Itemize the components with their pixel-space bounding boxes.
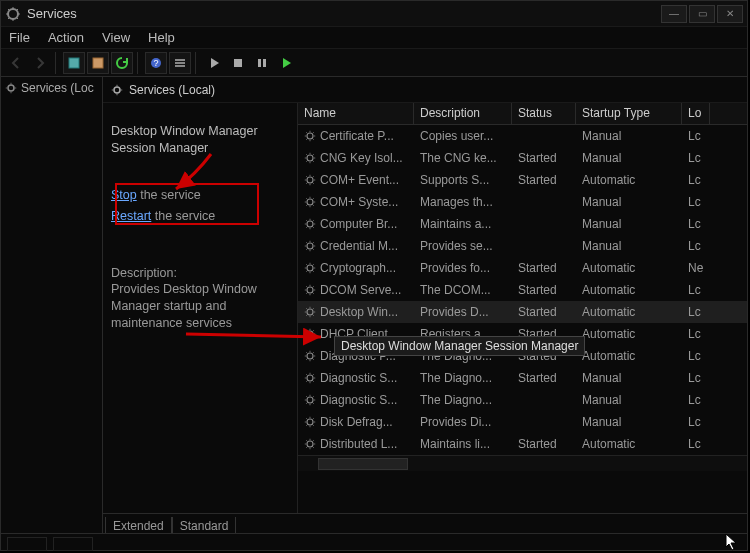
svg-point-15 <box>307 177 313 183</box>
properties-button[interactable] <box>63 52 85 74</box>
horizontal-scrollbar[interactable] <box>298 455 747 471</box>
service-row[interactable]: Diagnostic S...The Diagno...StartedManua… <box>298 367 747 389</box>
cell-name: Diagnostic S... <box>298 371 414 385</box>
menu-file[interactable]: File <box>9 30 30 45</box>
gear-icon <box>304 152 316 164</box>
service-row[interactable]: Distributed L...Maintains li...StartedAu… <box>298 433 747 455</box>
window-title: Services <box>27 6 661 21</box>
cell-logon: Lc <box>682 129 710 143</box>
maximize-button[interactable]: ▭ <box>689 5 715 23</box>
svg-point-22 <box>307 331 313 337</box>
gear-icon <box>304 416 316 428</box>
forward-button <box>29 52 51 74</box>
tab-extended[interactable]: Extended <box>105 517 172 533</box>
column-startup-type[interactable]: Startup Type <box>576 103 682 124</box>
restart-service-link[interactable]: Restart <box>111 209 151 223</box>
cell-description: Manages th... <box>414 195 512 209</box>
cell-description: The Diagno... <box>414 371 512 385</box>
service-row[interactable]: Cryptograph...Provides fo...StartedAutom… <box>298 257 747 279</box>
cell-startup: Automatic <box>576 261 682 275</box>
services-grid[interactable]: Name Description Status Startup Type Lo … <box>297 103 747 513</box>
export-button[interactable] <box>87 52 109 74</box>
cell-description: Maintains li... <box>414 437 512 451</box>
service-row[interactable]: Computer Br...Maintains a...ManualLc <box>298 213 747 235</box>
service-row[interactable]: Credential M...Provides se...ManualLc <box>298 235 747 257</box>
menu-help[interactable]: Help <box>148 30 175 45</box>
pause-service-button[interactable] <box>251 52 273 74</box>
svg-rect-10 <box>263 59 266 67</box>
service-row[interactable]: Desktop Win...Provides D...StartedAutoma… <box>298 301 747 323</box>
stop-service-link[interactable]: Stop <box>111 188 137 202</box>
svg-rect-6 <box>175 62 185 64</box>
cell-description: Maintains a... <box>414 217 512 231</box>
start-service-button[interactable] <box>203 52 225 74</box>
service-row[interactable]: COM+ Event...Supports S...StartedAutomat… <box>298 169 747 191</box>
restart-service-button[interactable] <box>275 52 297 74</box>
cell-logon: Ne <box>682 261 710 275</box>
list-button[interactable] <box>169 52 191 74</box>
titlebar[interactable]: Services — ▭ ✕ <box>1 1 747 27</box>
cell-logon: Lc <box>682 415 710 429</box>
menubar: File Action View Help <box>1 27 747 49</box>
svg-point-16 <box>307 199 313 205</box>
svg-point-13 <box>307 133 313 139</box>
gear-icon <box>304 372 316 384</box>
cell-status: Started <box>512 305 576 319</box>
cell-description: Provides Di... <box>414 415 512 429</box>
cell-name: Desktop Win... <box>298 305 414 319</box>
svg-point-20 <box>307 287 313 293</box>
gear-icon <box>304 130 316 142</box>
cell-startup: Automatic <box>576 173 682 187</box>
svg-rect-9 <box>258 59 261 67</box>
menu-view[interactable]: View <box>102 30 130 45</box>
service-row[interactable]: COM+ Syste...Manages th...ManualLc <box>298 191 747 213</box>
cell-startup: Manual <box>576 129 682 143</box>
cell-logon: Lc <box>682 327 710 341</box>
tree-root-services[interactable]: Services (Loc <box>5 81 98 95</box>
svg-point-23 <box>307 353 313 359</box>
svg-point-11 <box>8 85 14 91</box>
cell-status: Started <box>512 437 576 451</box>
tab-standard[interactable]: Standard <box>172 517 237 533</box>
column-name[interactable]: Name <box>298 103 414 124</box>
gear-icon <box>304 262 316 274</box>
column-status[interactable]: Status <box>512 103 576 124</box>
cell-startup: Manual <box>576 415 682 429</box>
cell-startup: Automatic <box>576 327 682 341</box>
cell-startup: Automatic <box>576 283 682 297</box>
back-button <box>5 52 27 74</box>
svg-point-14 <box>307 155 313 161</box>
menu-action[interactable]: Action <box>48 30 84 45</box>
cell-logon: Lc <box>682 195 710 209</box>
cell-logon: Lc <box>682 283 710 297</box>
cell-logon: Lc <box>682 173 710 187</box>
service-row[interactable]: Diagnostic S...The Diagno...ManualLc <box>298 389 747 411</box>
cell-logon: Lc <box>682 371 710 385</box>
service-row[interactable]: Certificate P...Copies user...ManualLc <box>298 125 747 147</box>
service-row[interactable]: Disk Defrag...Provides Di...ManualLc <box>298 411 747 433</box>
tree-pane[interactable]: Services (Loc <box>1 77 103 533</box>
services-window: Services — ▭ ✕ File Action View Help ? <box>0 0 748 551</box>
service-tooltip: Desktop Window Manager Session Manager <box>334 336 585 356</box>
gear-icon <box>304 350 316 362</box>
help-button[interactable]: ? <box>145 52 167 74</box>
minimize-button[interactable]: — <box>661 5 687 23</box>
service-row[interactable]: CNG Key Isol...The CNG ke...StartedManua… <box>298 147 747 169</box>
stop-service-button[interactable] <box>227 52 249 74</box>
description-text: Provides Desktop Window Manager startup … <box>111 281 289 332</box>
column-description[interactable]: Description <box>414 103 512 124</box>
svg-rect-2 <box>93 58 103 68</box>
svg-rect-8 <box>234 59 242 67</box>
close-button[interactable]: ✕ <box>717 5 743 23</box>
service-row[interactable]: DCOM Serve...The DCOM...StartedAutomatic… <box>298 279 747 301</box>
cell-description: Provides se... <box>414 239 512 253</box>
cell-status: Started <box>512 151 576 165</box>
grid-header[interactable]: Name Description Status Startup Type Lo <box>298 103 747 125</box>
column-logon[interactable]: Lo <box>682 103 710 124</box>
refresh-button[interactable] <box>111 52 133 74</box>
svg-point-27 <box>307 441 313 447</box>
svg-point-25 <box>307 397 313 403</box>
cell-logon: Lc <box>682 151 710 165</box>
statusbar <box>1 533 747 553</box>
gear-icon <box>5 82 17 94</box>
